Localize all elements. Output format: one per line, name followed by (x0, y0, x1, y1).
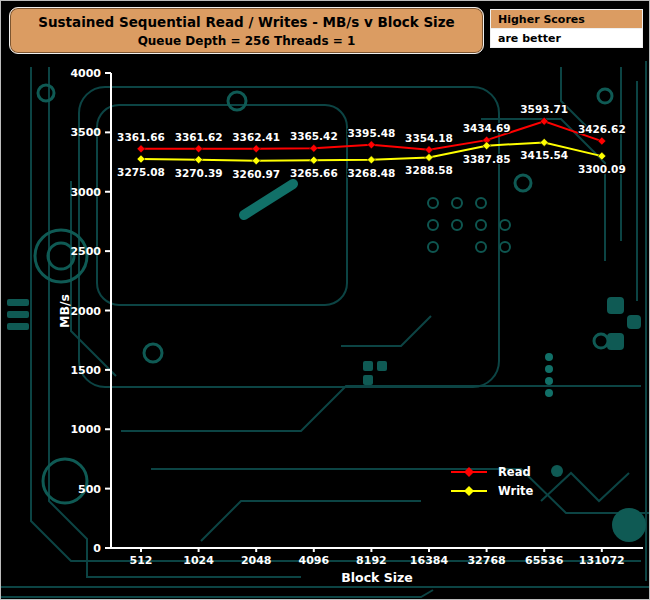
svg-text:3387.85: 3387.85 (463, 153, 511, 165)
svg-text:8192: 8192 (356, 554, 387, 567)
svg-text:2000: 2000 (70, 305, 101, 318)
svg-text:500: 500 (78, 483, 101, 496)
svg-text:0: 0 (93, 542, 101, 555)
svg-text:32768: 32768 (467, 554, 505, 567)
svg-text:131072: 131072 (579, 554, 625, 567)
svg-text:3270.39: 3270.39 (175, 167, 223, 179)
svg-text:3300.09: 3300.09 (578, 163, 626, 175)
svg-text:3426.62: 3426.62 (578, 123, 626, 135)
legend-item-read: Read (449, 465, 533, 479)
legend-label-read: Read (498, 465, 531, 479)
svg-text:2500: 2500 (70, 245, 101, 258)
chart-title-box: Sustained Sequential Read / Writes - MB/… (9, 7, 484, 54)
svg-text:3268.48: 3268.48 (347, 167, 395, 179)
svg-text:1000: 1000 (70, 423, 101, 436)
svg-text:3361.62: 3361.62 (175, 131, 223, 143)
svg-text:3434.69: 3434.69 (463, 122, 511, 134)
svg-text:3361.66: 3361.66 (117, 131, 165, 143)
svg-text:4000: 4000 (70, 67, 101, 80)
benchmark-chart-page: 0500100015002000250030003500400051210242… (0, 0, 650, 600)
svg-text:3288.58: 3288.58 (405, 164, 453, 176)
svg-text:16384: 16384 (410, 554, 449, 567)
legend-item-write: Write (449, 484, 533, 498)
chart-title: Sustained Sequential Read / Writes - MB/… (38, 14, 455, 30)
svg-text:2048: 2048 (241, 554, 272, 567)
svg-text:1500: 1500 (70, 364, 101, 377)
chart-legend: Read Write (449, 465, 533, 498)
svg-text:512: 512 (130, 554, 153, 567)
higher-scores-box: Higher Scores are better (490, 9, 643, 48)
svg-text:Block Size: Block Size (341, 570, 413, 585)
svg-text:3395.48: 3395.48 (347, 127, 395, 139)
legend-label-write: Write (498, 484, 533, 498)
svg-text:4096: 4096 (298, 554, 329, 567)
chart-subtitle: Queue Depth = 256 Threads = 1 (138, 34, 356, 48)
svg-text:3593.71: 3593.71 (520, 103, 568, 115)
svg-text:3275.08: 3275.08 (117, 166, 165, 178)
svg-text:3354.18: 3354.18 (405, 132, 453, 144)
svg-text:3260.97: 3260.97 (232, 168, 280, 180)
svg-text:3362.41: 3362.41 (232, 131, 280, 143)
higher-scores-label: Higher Scores (490, 9, 643, 29)
svg-text:3365.42: 3365.42 (290, 130, 338, 142)
svg-text:3265.66: 3265.66 (290, 167, 338, 179)
svg-text:3415.54: 3415.54 (520, 149, 568, 161)
svg-text:3000: 3000 (70, 186, 101, 199)
read-series-marker (449, 466, 489, 478)
svg-text:3500: 3500 (70, 126, 101, 139)
line-chart: 0500100015002000250030003500400051210242… (1, 1, 650, 600)
are-better-label: are better (490, 29, 643, 48)
write-series-marker (449, 485, 489, 497)
svg-text:MB/s: MB/s (57, 294, 72, 328)
svg-text:65536: 65536 (525, 554, 564, 567)
svg-text:1024: 1024 (183, 554, 214, 567)
